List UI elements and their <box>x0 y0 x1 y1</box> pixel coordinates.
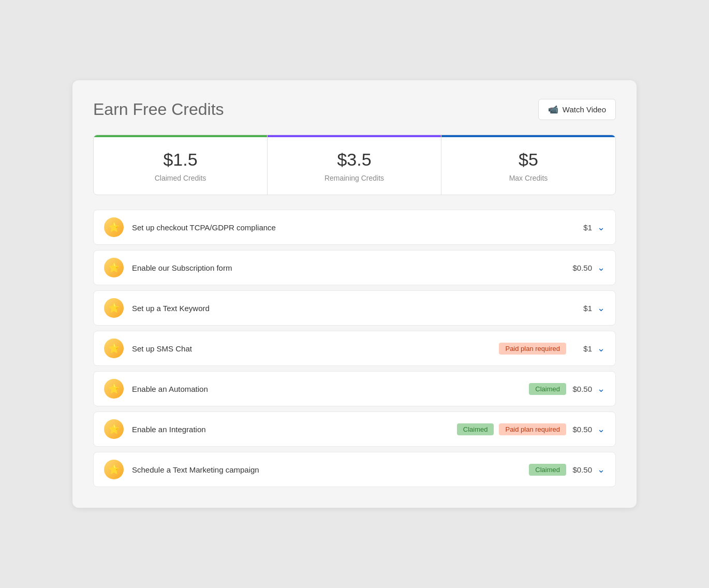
watch-video-button[interactable]: 📹 Watch Video <box>538 99 616 120</box>
task-amount-automation: $0.50 <box>571 385 592 393</box>
badge-paid-sms-chat: Paid plan required <box>499 343 566 355</box>
task-item-integration: ⭐ Enable an Integration ClaimedPaid plan… <box>93 411 616 447</box>
task-item-keyword: ⭐ Set up a Text Keyword $1 ⌄ <box>93 290 616 326</box>
star-icon-tcpa: ⭐ <box>104 217 124 237</box>
task-item-subscription: ⭐ Enable our Subscription form $0.50 ⌄ <box>93 250 616 285</box>
credit-amount-max: $5 <box>452 150 605 170</box>
task-right-tcpa: $1 ⌄ <box>571 222 605 233</box>
task-right-campaign: Claimed $0.50 ⌄ <box>529 464 605 476</box>
task-name-automation: Enable an Automation <box>132 385 521 393</box>
task-amount-keyword: $1 <box>571 304 592 313</box>
task-item-automation: ⭐ Enable an Automation Claimed $0.50 ⌄ <box>93 371 616 406</box>
badge-paid-integration: Paid plan required <box>499 423 566 435</box>
badge-claimed-integration: Claimed <box>457 423 494 435</box>
task-right-keyword: $1 ⌄ <box>571 302 605 314</box>
task-amount-integration: $0.50 <box>571 425 592 434</box>
star-icon-integration: ⭐ <box>104 419 124 439</box>
task-name-keyword: Set up a Text Keyword <box>132 304 563 313</box>
credit-box-claimed: $1.5 Claimed Credits <box>94 135 268 195</box>
task-name-integration: Enable an Integration <box>132 425 449 434</box>
credit-box-remaining: $3.5 Remaining Credits <box>268 135 441 195</box>
task-amount-sms-chat: $1 <box>571 344 592 353</box>
star-icon-sms-chat: ⭐ <box>104 339 124 358</box>
task-amount-subscription: $0.50 <box>571 263 592 272</box>
credit-amount-claimed: $1.5 <box>104 150 257 170</box>
credit-label-claimed: Claimed Credits <box>104 174 257 182</box>
task-item-tcpa: ⭐ Set up checkout TCPA/GDPR compliance $… <box>93 210 616 245</box>
task-right-subscription: $0.50 ⌄ <box>571 262 605 273</box>
credit-label-remaining: Remaining Credits <box>278 174 431 182</box>
page-title: Earn Free Credits <box>93 100 224 119</box>
task-name-tcpa: Set up checkout TCPA/GDPR compliance <box>132 223 563 232</box>
star-icon-keyword: ⭐ <box>104 298 124 318</box>
task-name-campaign: Schedule a Text Marketing campaign <box>132 465 521 474</box>
chevron-down-icon-integration[interactable]: ⌄ <box>597 423 605 435</box>
task-item-campaign: ⭐ Schedule a Text Marketing campaign Cla… <box>93 452 616 487</box>
credit-label-max: Max Credits <box>452 174 605 182</box>
credits-grid: $1.5 Claimed Credits $3.5 Remaining Cred… <box>93 135 616 195</box>
badge-claimed-automation: Claimed <box>529 383 566 395</box>
star-icon-subscription: ⭐ <box>104 258 124 277</box>
chevron-down-icon-keyword[interactable]: ⌄ <box>597 302 605 314</box>
badge-claimed-campaign: Claimed <box>529 464 566 476</box>
video-icon: 📹 <box>548 105 558 114</box>
watch-video-label: Watch Video <box>563 105 606 114</box>
chevron-down-icon-sms-chat[interactable]: ⌄ <box>597 343 605 354</box>
card-header: Earn Free Credits 📹 Watch Video <box>93 99 616 120</box>
task-name-sms-chat: Set up SMS Chat <box>132 344 491 353</box>
chevron-down-icon-automation[interactable]: ⌄ <box>597 383 605 394</box>
chevron-down-icon-subscription[interactable]: ⌄ <box>597 262 605 273</box>
chevron-down-icon-campaign[interactable]: ⌄ <box>597 464 605 475</box>
credit-amount-remaining: $3.5 <box>278 150 431 170</box>
task-name-subscription: Enable our Subscription form <box>132 263 563 272</box>
task-right-sms-chat: Paid plan required $1 ⌄ <box>499 343 605 355</box>
task-amount-campaign: $0.50 <box>571 465 592 474</box>
task-right-automation: Claimed $0.50 ⌄ <box>529 383 605 395</box>
task-amount-tcpa: $1 <box>571 223 592 232</box>
credit-box-max: $5 Max Credits <box>441 135 615 195</box>
earn-free-credits-card: Earn Free Credits 📹 Watch Video $1.5 Cla… <box>72 80 637 508</box>
star-icon-campaign: ⭐ <box>104 460 124 479</box>
task-item-sms-chat: ⭐ Set up SMS Chat Paid plan required $1 … <box>93 331 616 366</box>
star-icon-automation: ⭐ <box>104 379 124 399</box>
task-right-integration: ClaimedPaid plan required $0.50 ⌄ <box>457 423 605 435</box>
task-list: ⭐ Set up checkout TCPA/GDPR compliance $… <box>93 210 616 487</box>
chevron-down-icon-tcpa[interactable]: ⌄ <box>597 222 605 233</box>
